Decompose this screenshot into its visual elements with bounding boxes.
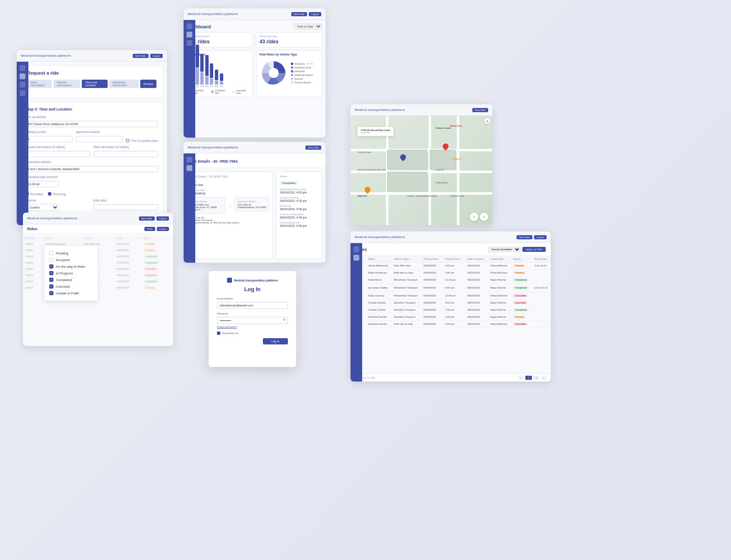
col-rider[interactable]: Rider ↕: [366, 256, 392, 262]
new-ride-btn-dash[interactable]: New Ride: [291, 12, 307, 16]
table-row[interactable]: 146532 Aenah Mackenzie Ride With Help 08…: [350, 262, 551, 269]
remember-me-row[interactable]: Remember me: [217, 331, 288, 335]
tab-time-location[interactable]: Time and Location: [82, 80, 108, 88]
rides-large-sidebar-1[interactable]: [353, 246, 359, 252]
table-row[interactable]: 146500 Kathy Sunclay Wheelchair Transpor…: [350, 292, 551, 299]
table-row[interactable]: 146816 Kimberly Daniels Ride Info no hel…: [350, 321, 551, 328]
checkbox-on-way[interactable]: ✓: [49, 264, 53, 269]
logout-button[interactable]: Logout: [150, 54, 163, 58]
logout-btn-rides[interactable]: Logout: [156, 216, 169, 221]
checkbox-unable[interactable]: ✓: [49, 291, 53, 295]
review-button[interactable]: Review: [140, 80, 156, 88]
apt-input[interactable]: [76, 136, 123, 142]
loc-desc-input[interactable]: [25, 151, 90, 157]
filter-item-on-way[interactable]: ✓ On the way to Rider: [49, 263, 93, 270]
logout-btn-dash[interactable]: Logout: [309, 12, 321, 16]
tab-vehicle-info[interactable]: Vehicle Information: [53, 80, 80, 88]
checkbox-canceled[interactable]: ✓: [49, 284, 53, 289]
filter-item-accepted[interactable]: Accepted: [49, 256, 93, 263]
sidebar-item-3[interactable]: [20, 82, 25, 88]
sidebar-item-4[interactable]: [20, 90, 25, 96]
tab-additional[interactable]: Additional Information: [109, 80, 139, 88]
apt-label: Apartment number: [76, 131, 123, 133]
sidebar-item-2[interactable]: [20, 73, 25, 79]
ride-sidebar-2[interactable]: [187, 165, 192, 171]
table-row[interactable]: 146578 Christie Schultz Ststreline Trans…: [350, 299, 551, 306]
note-input[interactable]: [93, 151, 158, 157]
filter-button[interactable]: Filter: [144, 227, 155, 231]
new-ride-btn-rides[interactable]: New Ride: [139, 216, 155, 221]
checkbox-completed[interactable]: ✓: [49, 278, 53, 282]
destination-input[interactable]: [25, 166, 158, 172]
ride-sidebar-1[interactable]: [187, 157, 192, 163]
time-location-section: Step 3: Time and Location Pick up addres…: [20, 102, 164, 225]
scheduled-time-input[interactable]: [25, 181, 59, 187]
logout-btn-large[interactable]: Logout: [534, 235, 547, 239]
next-page-btn[interactable]: ›: [541, 376, 547, 380]
col-date-created[interactable]: Date Created ↕: [465, 256, 488, 262]
table-row[interactable]: 146578 Christie Schultz Ststreline Trans…: [350, 306, 551, 314]
amount-select[interactable]: Amount Scrollable: [488, 246, 521, 252]
checkbox-accepted[interactable]: [49, 258, 53, 262]
new-ride-btn-large[interactable]: New Ride: [517, 235, 532, 239]
status-label: Status: [280, 175, 318, 178]
remember-me-checkbox[interactable]: [217, 331, 220, 335]
filter-item-unable[interactable]: ✓ Unable to Fulfill: [49, 290, 93, 296]
dash-sidebar-1[interactable]: [187, 23, 192, 29]
password-input[interactable]: [217, 317, 288, 324]
period-select[interactable]: Year to Date: [293, 23, 322, 30]
login-button[interactable]: Log In: [263, 338, 288, 344]
new-ride-button[interactable]: New Ride: [133, 54, 149, 58]
dropoff-addr-value: 224 mark St, Fredericksburg, VA 23405: [237, 203, 266, 208]
col-created-by[interactable]: Created By ↕: [488, 256, 511, 262]
large-table-scroll[interactable]: Ride ID ↕ Rider ↕ Vehicle Type ↕ Pickup …: [350, 256, 551, 374]
dash-sidebar-2[interactable]: [187, 32, 192, 38]
map-prev-btn[interactable]: ‹: [470, 213, 478, 221]
col-pickup-time[interactable]: Pickup Time ↕: [443, 256, 465, 262]
forgot-password-link[interactable]: Forgot password?: [217, 326, 288, 328]
ends-input[interactable]: [93, 204, 158, 211]
driver-value: 08/24/2020, 4:26 pm: [280, 224, 318, 227]
filter-item-in-progress[interactable]: ✓ In Progress: [49, 270, 93, 276]
table-row[interactable]: 146227 Kimberly Daniels Ststreline Trans…: [350, 314, 551, 321]
public-place-check[interactable]: This is a public place: [126, 139, 158, 142]
email-input[interactable]: [217, 302, 288, 309]
filter-item-canceled[interactable]: ✓ Canceled: [49, 283, 93, 290]
dash-sidebar-3[interactable]: [187, 40, 192, 46]
col-pickup-date[interactable]: Pickup Date ↕: [421, 256, 443, 262]
tab-rider-info[interactable]: Rider Information: [27, 80, 52, 88]
prev-page-btn[interactable]: ‹: [518, 376, 524, 380]
filter-item-completed[interactable]: ✓ Completed: [49, 276, 93, 283]
recurring-check[interactable]: Recurring: [48, 192, 66, 196]
col-status[interactable]: Status ↕: [511, 256, 532, 262]
recurring-checkbox[interactable]: [48, 192, 51, 196]
charts-row: Total Rides 1400 1000 800 600 400: [187, 50, 322, 97]
sidebar-item-1[interactable]: [20, 65, 25, 71]
export-button[interactable]: Export: [157, 227, 169, 231]
table-row[interactable]: 146202 Katie Morris Wheelchair Transport…: [350, 276, 551, 284]
col-recurring[interactable]: Recurring: [532, 256, 551, 262]
public-place-checkbox[interactable]: [126, 139, 129, 142]
checkbox-pending[interactable]: [49, 251, 53, 255]
label-artists: Artists Space: [436, 181, 448, 184]
password-wrapper: 👁: [217, 316, 288, 324]
table-row[interactable]: 146451 Blake Humphrey Ride with no help …: [350, 269, 551, 276]
building-input[interactable]: [25, 136, 73, 142]
filter-item-pending[interactable]: Pending: [49, 250, 93, 256]
new-ride-btn-ride[interactable]: New Ride: [305, 146, 321, 150]
map-next-btn[interactable]: ›: [480, 213, 488, 221]
repeats-select[interactable]: Custom: [25, 204, 59, 211]
show-password-icon[interactable]: 👁: [282, 318, 286, 322]
rides-large-sidebar-2[interactable]: [353, 255, 359, 261]
col-vehicle[interactable]: Vehicle Type ↕: [392, 256, 421, 262]
checkbox-in-progress[interactable]: ✓: [49, 271, 53, 275]
page-1-btn[interactable]: 1: [525, 376, 532, 380]
page-2-btn[interactable]: 2: [533, 376, 539, 380]
legend-dot-stretcher: [291, 78, 293, 80]
new-ride-btn-map[interactable]: New Ride: [472, 108, 488, 112]
pickup-input[interactable]: [25, 121, 158, 127]
map-close-icon[interactable]: ×: [484, 118, 490, 124]
table-row[interactable]: 146500a146500b Ida Grace Hadley Wheelcha…: [350, 284, 551, 292]
map-area[interactable]: Stadium Goods NOMO SOH... Franklin Stree…: [350, 116, 492, 225]
apply-filter-btn[interactable]: Apply my Filter: [522, 247, 546, 252]
